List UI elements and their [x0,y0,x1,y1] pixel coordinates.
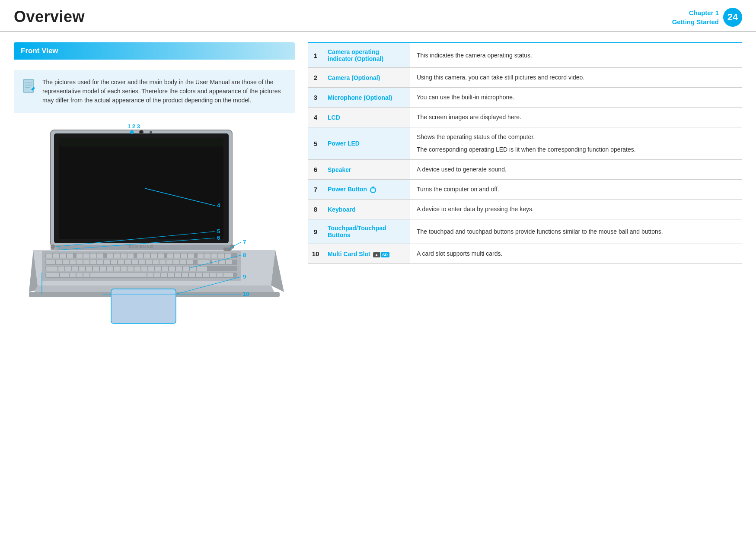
row-number: 9 [308,219,323,244]
svg-rect-55 [104,260,110,264]
section-header: Front View [14,42,295,60]
row-label: Camera operating indicator (Optional) [323,43,410,68]
page-title: Overview [14,8,85,26]
svg-text:5: 5 [217,228,220,235]
svg-rect-74 [65,266,71,271]
svg-rect-81 [114,266,120,271]
svg-rect-64 [166,260,172,264]
svg-rect-41 [188,254,194,258]
row-desc: A device to enter data by pressing the k… [410,200,742,219]
svg-rect-22 [46,254,52,258]
row-number: 6 [308,160,323,180]
svg-rect-75 [72,266,78,271]
svg-rect-36 [151,254,157,258]
svg-rect-47 [46,260,55,264]
svg-rect-89 [169,266,175,271]
row-desc: You can use the built-in microphone. [410,88,742,108]
svg-rect-34 [137,254,143,258]
row-number: 3 [308,88,323,108]
svg-rect-76 [79,266,85,271]
row-number: 1 [308,43,323,68]
svg-text:8: 8 [243,252,246,258]
table-row: 7Power Button Turns the computer on and … [308,180,742,200]
svg-text:SAMSUNG: SAMSUNG [128,244,154,249]
svg-rect-79 [100,266,106,271]
row-label: Multi Card Slot ▲SD [323,244,410,264]
row-label: LCD [323,108,410,127]
svg-rect-50 [70,260,76,264]
svg-rect-31 [114,254,120,258]
note-text: The pictures used for the cover and the … [42,78,287,105]
svg-rect-99 [90,273,147,277]
svg-rect-100 [147,273,153,277]
laptop-svg: 1 2 3 4 [16,121,293,329]
chapter-line1: Chapter 1 [672,8,719,17]
row-number: 4 [308,108,323,127]
svg-rect-62 [153,260,159,264]
page-number-badge: 24 [723,8,742,27]
svg-rect-90 [176,266,182,271]
svg-rect-56 [111,260,117,264]
svg-rect-73 [58,266,64,271]
svg-rect-29 [97,254,103,258]
svg-rect-33 [128,254,134,258]
svg-rect-59 [132,260,138,264]
svg-rect-86 [148,266,154,271]
svg-rect-85 [141,266,147,271]
svg-rect-95 [60,273,69,277]
main-content: Front View The pictures used for the cov… [0,42,756,329]
row-label: Camera (Optional) [323,68,410,88]
page-header: Overview Chapter 1 Getting Started 24 [0,0,756,32]
row-desc: A device used to generate sound. [410,160,742,180]
svg-rect-98 [83,273,89,277]
svg-point-9 [130,130,134,134]
svg-point-12 [150,131,152,133]
row-label: Speaker [323,160,410,180]
svg-rect-46 [225,254,231,258]
svg-rect-39 [174,254,180,258]
chapter-line2: Getting Started [672,17,719,26]
svg-rect-38 [167,254,173,258]
svg-rect-28 [90,254,96,258]
table-row: 1Camera operating indicator (Optional)Th… [308,43,742,68]
svg-rect-80 [107,266,113,271]
svg-rect-27 [83,254,89,258]
svg-rect-25 [67,254,73,258]
svg-point-11 [140,131,143,133]
note-box: The pictures used for the cover and the … [14,70,295,113]
svg-rect-24 [60,254,66,258]
svg-rect-42 [198,254,204,258]
svg-rect-8 [59,138,223,146]
svg-rect-110 [217,273,223,277]
svg-rect-103 [168,273,174,277]
svg-rect-44 [211,254,217,258]
svg-rect-108 [203,273,209,277]
svg-rect-43 [204,254,211,258]
svg-rect-32 [121,254,127,258]
row-label: Microphone (Optional) [323,88,410,108]
svg-rect-97 [77,273,83,277]
table-row: 9Touchpad/Touchpad ButtonsThe touchpad a… [308,219,742,244]
svg-rect-106 [189,273,195,277]
row-desc: Turns the computer on and off. [410,180,742,200]
right-panel: 1Camera operating indicator (Optional)Th… [308,42,742,329]
svg-rect-35 [144,254,150,258]
row-desc: A card slot supports multi cards. [410,244,742,264]
svg-rect-104 [175,273,181,277]
row-number: 5 [308,127,323,160]
laptop-diagram: 1 2 3 4 [16,121,293,329]
svg-rect-94 [46,273,59,277]
svg-rect-61 [146,260,152,264]
svg-rect-63 [159,260,166,264]
svg-rect-66 [180,260,186,264]
row-desc: Shows the operating status of the comput… [410,127,742,160]
svg-rect-30 [107,254,113,258]
svg-rect-109 [210,273,216,277]
row-label: Keyboard [323,200,410,219]
features-table: 1Camera operating indicator (Optional)Th… [308,42,742,264]
svg-rect-101 [154,273,160,277]
svg-text:7: 7 [243,239,246,245]
svg-text:4: 4 [217,202,220,209]
row-label: Power LED [323,127,410,160]
row-label: Touchpad/Touchpad Buttons [323,219,410,244]
